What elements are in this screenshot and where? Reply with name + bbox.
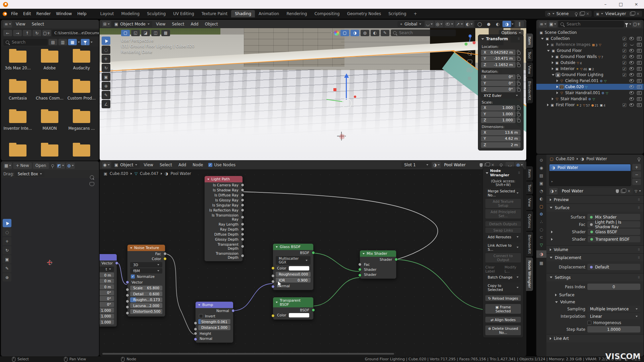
disable-render-icon[interactable] [637,73,642,77]
location-y-row[interactable]: Y-10.471 m [481,56,521,62]
lock-icon[interactable] [517,64,521,67]
noise-distortion-slider[interactable]: Distortion0.500 [130,309,162,314]
outliner-row-reference-images[interactable]: ▣Reference Images ▦3▽ ✓ [536,42,644,48]
tool-cursor[interactable]: ◌ [102,46,110,54]
tool-select-box[interactable] [102,37,110,45]
lock-icon[interactable] [517,82,521,85]
tab-item[interactable]: Item [526,166,533,181]
zoom-icon[interactable] [90,175,94,179]
noise-detail-slider[interactable]: Detail0.600 [130,291,162,296]
selectmode-paint-icon[interactable]: ▩ [161,30,170,36]
exclude-checkbox[interactable]: ✓ [623,67,626,71]
unlink-icon[interactable]: × [586,11,589,16]
exclude-checkbox[interactable]: ✓ [623,49,626,53]
tab-item[interactable]: Item [526,34,533,48]
filebrowser-menu-view[interactable]: View [13,21,28,27]
outliner-row-stair-handrail[interactable]: ▽Stair Handrail ⚙▽ [536,96,644,102]
lock-icon[interactable] [517,107,521,110]
batch-change-dropdown[interactable]: Batch Change [485,274,521,280]
disable-render-icon[interactable] [637,43,642,47]
visibility-icon[interactable] [444,21,454,27]
hide-eye-icon[interactable] [629,103,634,107]
mode-dropdown[interactable]: ▣Object Mode [112,21,152,27]
hide-eye-icon[interactable] [629,85,634,88]
detach-outputs-button[interactable]: Detach Outputs [485,221,521,227]
scene-world-icon[interactable]: ◑ [351,30,359,36]
pin-icon[interactable] [575,12,578,15]
outliner-row-scene-collection[interactable]: ▣Scene Collection [536,29,644,36]
rotation-y-row[interactable]: Y0° [481,80,521,86]
modify-label-button[interactable]: Modify L... [504,265,521,273]
ptab-physics-icon[interactable]: ◌ [540,227,543,232]
shader-editor[interactable]: ◉ ▣Object View Select Add Node ✓Use Node… [99,160,527,357]
outliner-row-stair-handrail-001[interactable]: ▽Stair Handrail.001 ⚙▽ [536,90,644,96]
clear-label-button[interactable]: Clear Label [485,265,503,273]
disable-render-icon[interactable] [637,37,642,41]
pan-hand-icon[interactable] [467,60,472,64]
selectmode-box-icon[interactable]: ◱ [131,30,140,36]
slot-specials-button[interactable] [632,179,641,185]
outliner-search-input[interactable] [558,21,624,27]
viewport-menu-object[interactable]: Object [202,21,221,27]
image-editor-type-icon[interactable]: ▦ [3,163,12,169]
tab-sculpting[interactable]: Sculpting [143,10,169,17]
hide-eye-icon[interactable] [629,49,634,52]
drag-mode-dropdown[interactable]: Select Box [15,171,45,177]
dim-x-row[interactable]: X13.6 m [481,130,521,135]
invert-checkbox[interactable]: Invert [199,314,230,318]
grid-view-icon[interactable]: ⊞ [468,76,472,81]
viewport-menu-select[interactable]: Select [169,21,187,27]
rotation-z-row[interactable]: Z0° [481,87,521,93]
overlays-icon[interactable]: ◐ [465,21,474,27]
align-nodes-button[interactable]: ⇄ Align Nodes [485,317,521,322]
disable-render-icon[interactable] [637,67,642,71]
orientation-gizmo[interactable] [463,35,476,47]
location-x-row[interactable]: X0.042582 m [481,50,521,55]
ptab-render-icon[interactable]: ◉ [540,166,543,170]
shading-rendered-icon[interactable]: ◑ [502,21,511,27]
nav-refresh-button[interactable]: ↻ [33,30,41,36]
tab-uv-editing[interactable]: UV Editing [169,10,198,17]
displacement-panel-header[interactable]: Displacement⠿ [546,253,644,261]
horizontal-scrollbar[interactable] [102,353,394,355]
sampling-dropdown[interactable]: SamplingMultiple Importance [546,306,640,312]
folder-item[interactable]: Inventor Inte... [3,111,33,131]
disable-render-icon[interactable] [637,85,642,89]
filebrowser-search-input[interactable] [3,39,48,46]
world-opacity-icon[interactable]: ◐ [371,30,379,36]
filebrowser-type-icon[interactable]: ≡ [3,21,12,27]
tool-transform[interactable]: ⊕ [102,82,110,90]
scale-x-row[interactable]: X1.000 [481,105,521,111]
lock-icon[interactable] [517,88,521,92]
shading-caret[interactable] [512,23,514,25]
panel-grip[interactable]: ⠿ [518,37,520,41]
window-minimize-button[interactable]: – [598,0,613,9]
copy-icon[interactable] [630,12,634,16]
folder-item[interactable]: Chaos Cosm... [35,81,64,101]
menu-help[interactable]: Help [74,11,89,17]
fake-user-icon[interactable] [616,189,619,193]
exclude-checkbox[interactable]: ✓ [623,37,626,41]
lock-icon[interactable] [517,113,521,116]
glass-roughness-slider[interactable]: Roughness0.000 [276,272,311,277]
nav-forward-button[interactable]: → [13,30,22,36]
disable-render-icon[interactable] [637,97,642,101]
add-slot-button[interactable]: + [632,164,641,170]
outliner-row-ground-floor-walls[interactable]: ▣Ground Floor Walls ▽7 ✓ [536,54,644,60]
tab-node-wrangler[interactable]: Node Wrangler [526,257,533,291]
disable-render-icon[interactable] [637,79,642,83]
folder-item[interactable]: Adobe [35,51,64,70]
hide-eye-icon[interactable] [629,61,634,64]
folder-item[interactable]: MAXON [35,111,64,131]
path-field[interactable]: C:\Users\Use...e\Documents\ [52,30,99,37]
snap-icon[interactable]: ◡ [425,21,434,27]
tab-animation[interactable]: Animation [255,10,283,17]
tool-annotate[interactable]: ✎ [102,91,110,99]
node-light-path[interactable]: Light Path Is Camera Ray Is Shadow Ray I… [204,176,243,261]
outliner-row-interior[interactable]: ▣Interior ☀▽46▣2 ✓ [536,66,644,72]
swap-links-button[interactable]: Swap Links [485,228,521,233]
exclude-checkbox[interactable]: ✓ [623,55,626,59]
tool-scale[interactable]: ▣ [102,73,110,81]
tab-blenderkit[interactable]: BlenderKit [526,232,533,257]
tab-tool[interactable]: Tool [526,49,533,62]
